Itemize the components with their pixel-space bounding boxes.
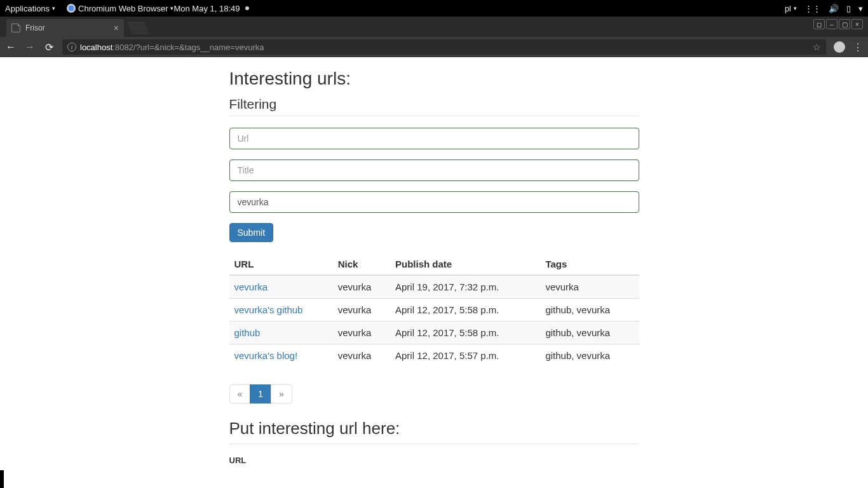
user-icon[interactable]: ◻ bbox=[813, 19, 825, 29]
put-url-heading: Put interesting url here: bbox=[229, 419, 639, 444]
col-url: URL bbox=[229, 254, 333, 275]
url-label: URL bbox=[229, 456, 639, 465]
system-menu[interactable]: ▾ bbox=[858, 4, 863, 13]
site-info-icon[interactable]: i bbox=[67, 43, 76, 51]
result-link[interactable]: vevurka's github bbox=[234, 304, 303, 315]
url-field[interactable]: i localhost:8082/?url=&nick=&tags__name=… bbox=[62, 39, 826, 55]
new-tab-button[interactable] bbox=[126, 22, 149, 34]
close-tab-icon[interactable]: × bbox=[114, 23, 119, 33]
wifi-icon[interactable]: ⋮⋮ bbox=[804, 4, 821, 13]
browser-tab[interactable]: Frisor × bbox=[6, 19, 124, 37]
page-icon bbox=[11, 24, 20, 32]
result-link[interactable]: vevurka bbox=[234, 281, 268, 292]
page-title: Interesting urls: bbox=[229, 69, 639, 89]
tag-filter-input[interactable] bbox=[229, 191, 639, 213]
clock[interactable]: Mon May 1, 18:49 bbox=[173, 4, 784, 13]
submit-button[interactable]: Submit bbox=[229, 223, 274, 242]
close-window-button[interactable]: × bbox=[851, 19, 863, 29]
minimize-button[interactable]: – bbox=[826, 19, 837, 29]
table-row: github vevurka April 12, 2017, 5:58 p.m.… bbox=[229, 322, 639, 344]
extension-icon[interactable] bbox=[834, 41, 845, 53]
forward-button[interactable]: → bbox=[24, 41, 36, 53]
applications-menu[interactable]: Applications▾ bbox=[5, 4, 55, 13]
result-link[interactable]: github bbox=[234, 327, 261, 338]
browser-chrome: Frisor × ◻ – ▢ × ← → ⟳ i localhost:8082/… bbox=[0, 17, 868, 57]
browser-menu-icon[interactable]: ⋮ bbox=[853, 41, 863, 53]
decorative-notch bbox=[0, 470, 4, 488]
col-date: Publish date bbox=[390, 254, 540, 275]
chromium-icon bbox=[67, 4, 76, 13]
page-viewport[interactable]: Interesting urls: Filtering Submit URL N… bbox=[0, 57, 868, 488]
reload-button[interactable]: ⟳ bbox=[43, 41, 55, 53]
col-nick: Nick bbox=[333, 254, 390, 275]
battery-icon[interactable]: ▯ bbox=[846, 4, 851, 13]
keyboard-layout[interactable]: pl▾ bbox=[785, 4, 797, 13]
filter-heading: Filtering bbox=[229, 97, 639, 116]
active-app-menu[interactable]: Chromium Web Browser▾ bbox=[67, 4, 173, 13]
table-row: vevurka vevurka April 19, 2017, 7:32 p.m… bbox=[229, 275, 639, 299]
page-1[interactable]: 1 bbox=[250, 384, 271, 403]
gnome-top-bar: Applications▾ Chromium Web Browser▾ Mon … bbox=[0, 0, 868, 17]
table-row: vevurka's github vevurka April 12, 2017,… bbox=[229, 299, 639, 322]
result-link[interactable]: vevurka's blog! bbox=[234, 350, 298, 361]
table-row: vevurka's blog! vevurka April 12, 2017, … bbox=[229, 344, 639, 367]
title-filter-input[interactable] bbox=[229, 159, 639, 181]
tab-strip: Frisor × ◻ – ▢ × bbox=[0, 17, 868, 37]
back-button[interactable]: ← bbox=[5, 41, 17, 53]
address-bar: ← → ⟳ i localhost:8082/?url=&nick=&tags_… bbox=[0, 37, 868, 57]
maximize-button[interactable]: ▢ bbox=[839, 19, 850, 29]
bookmark-icon[interactable]: ☆ bbox=[813, 42, 821, 52]
page-prev[interactable]: « bbox=[229, 384, 251, 403]
volume-icon[interactable]: 🔊 bbox=[829, 4, 839, 13]
col-tags: Tags bbox=[540, 254, 639, 275]
tab-title: Frisor bbox=[25, 24, 45, 32]
url-filter-input[interactable] bbox=[229, 128, 639, 149]
page-next[interactable]: » bbox=[271, 384, 292, 403]
results-table: URL Nick Publish date Tags vevurka vevur… bbox=[229, 254, 639, 367]
pagination: « 1 » bbox=[229, 384, 292, 403]
